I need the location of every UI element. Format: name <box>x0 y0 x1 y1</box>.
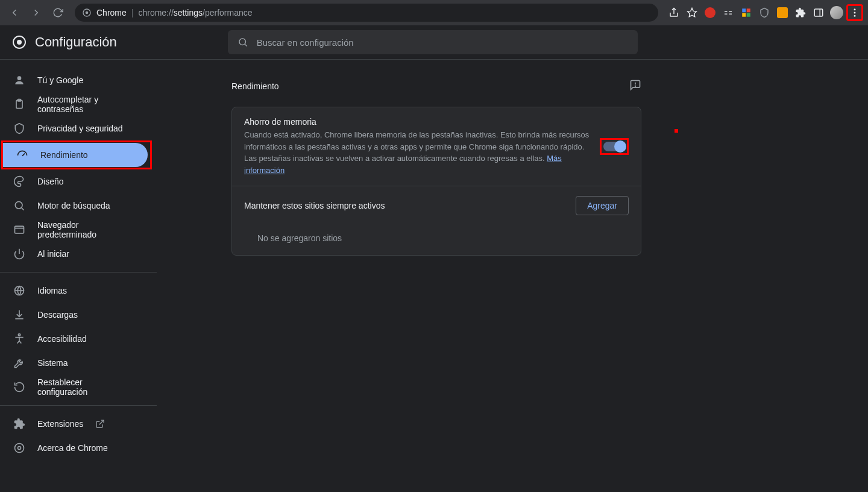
svg-point-14 <box>854 12 856 14</box>
svg-point-15 <box>854 15 856 17</box>
address-url: chrome://settings/performance <box>138 8 252 17</box>
svg-rect-9 <box>742 13 746 17</box>
annotation-dot <box>675 129 678 133</box>
sidebar-item-label: Accesibilidad <box>37 334 87 344</box>
sidebar-item-label: Sistema <box>37 358 68 368</box>
svg-point-32 <box>15 444 24 453</box>
extension-icon-2[interactable] <box>720 4 737 21</box>
settings-sidebar: Tú y Google Autocompletar y contraseñas … <box>0 60 157 492</box>
back-button[interactable] <box>5 3 24 22</box>
sidebar-item-appearance[interactable]: Diseño <box>0 169 146 194</box>
svg-point-20 <box>17 76 22 80</box>
highlight-toggle <box>600 138 629 155</box>
accessibility-icon <box>13 333 25 345</box>
sidebar-item-label: Diseño <box>37 177 64 186</box>
external-link-icon <box>95 419 105 429</box>
settings-main: Rendimiento Ahorro de memoria Cuando est… <box>157 60 868 492</box>
sidebar-item-you-and-google[interactable]: Tú y Google <box>0 68 146 92</box>
kebab-menu-button[interactable] <box>846 4 863 21</box>
address-bar[interactable]: Chrome | chrome://settings/performance <box>75 4 658 22</box>
memory-saver-desc: Cuando está activado, Chrome libera memo… <box>244 129 590 176</box>
share-icon[interactable] <box>665 4 682 21</box>
settings-search[interactable]: Buscar en configuración <box>228 30 638 54</box>
sidebar-item-reset[interactable]: Restablecer configuración <box>0 375 146 399</box>
extension-icon-1[interactable] <box>702 4 719 21</box>
wrench-icon <box>13 357 25 369</box>
sidebar-item-label: Extensiones <box>37 419 83 429</box>
memory-saver-title: Ahorro de memoria <box>244 117 590 127</box>
sidebar-item-on-startup[interactable]: Al iniciar <box>0 242 146 266</box>
palette-icon <box>13 175 25 188</box>
sidebar-item-privacy[interactable]: Privacidad y seguridad <box>0 116 146 140</box>
empty-sites-message: No se agregaron sitios <box>232 225 641 255</box>
restore-icon <box>13 381 25 393</box>
add-site-button[interactable]: Agregar <box>576 196 629 215</box>
sidebar-item-about-chrome[interactable]: Acerca de Chrome <box>0 436 146 460</box>
svg-point-13 <box>854 8 856 10</box>
forward-button[interactable] <box>27 3 46 22</box>
speed-icon <box>16 149 28 161</box>
sidebar-item-accessibility[interactable]: Accesibilidad <box>0 327 146 351</box>
window-icon <box>13 224 25 236</box>
highlight-performance: Rendimiento <box>1 140 152 169</box>
svg-rect-3 <box>725 11 728 12</box>
section-title: Rendimiento <box>231 81 279 91</box>
sidebar-item-label: Idiomas <box>37 286 67 295</box>
svg-point-1 <box>86 11 89 14</box>
sidebar-item-search-engine[interactable]: Motor de búsqueda <box>0 194 146 218</box>
reload-button[interactable] <box>48 3 68 22</box>
globe-icon <box>13 285 25 297</box>
svg-point-33 <box>18 447 21 450</box>
sidebar-item-label: Autocompletar y contraseñas <box>37 95 133 114</box>
sidebar-item-languages[interactable]: Idiomas <box>0 279 146 303</box>
sidebar-item-label: Privacidad y seguridad <box>37 124 123 133</box>
profile-avatar[interactable] <box>828 4 845 21</box>
sidebar-item-system[interactable]: Sistema <box>0 351 146 375</box>
sidebar-item-extensions[interactable]: Extensiones <box>0 412 146 436</box>
extension-icon-3[interactable] <box>738 4 755 21</box>
bookmark-star-icon[interactable] <box>684 4 700 21</box>
extensions-puzzle-icon[interactable] <box>792 4 809 21</box>
svg-point-18 <box>239 39 246 45</box>
performance-card: Ahorro de memoria Cuando está activado, … <box>231 107 641 256</box>
power-icon <box>13 248 25 260</box>
search-icon <box>13 200 25 212</box>
side-panel-icon[interactable] <box>810 4 827 21</box>
memory-saver-toggle[interactable] <box>603 142 625 151</box>
download-icon <box>13 309 25 321</box>
svg-rect-10 <box>747 13 750 17</box>
svg-rect-7 <box>742 8 746 12</box>
chrome-logo-icon <box>12 35 27 49</box>
page-title: Configuración <box>35 34 117 50</box>
extension-icon-5[interactable] <box>774 4 791 21</box>
svg-rect-6 <box>729 14 732 15</box>
always-active-row: Mantener estos sitios siempre activos Ag… <box>232 186 641 225</box>
sidebar-item-label: Tú y Google <box>37 75 83 85</box>
sidebar-item-autofill[interactable]: Autocompletar y contraseñas <box>0 92 146 116</box>
svg-line-24 <box>22 208 24 210</box>
chrome-icon <box>82 8 92 17</box>
sidebar-item-downloads[interactable]: Descargas <box>0 303 146 327</box>
sidebar-item-label: Al iniciar <box>37 249 69 259</box>
svg-point-30 <box>18 334 20 336</box>
shield-icon <box>13 122 25 134</box>
svg-point-17 <box>17 40 22 45</box>
settings-header: Configuración Buscar en configuración <box>0 25 868 59</box>
sidebar-item-default-browser[interactable]: Navegador predeterminado <box>0 218 146 242</box>
sidebar-item-performance[interactable]: Rendimiento <box>3 143 148 167</box>
extension-icon-4[interactable] <box>756 4 773 21</box>
svg-rect-4 <box>729 11 732 12</box>
toolbar-right-icons <box>665 4 863 21</box>
search-placeholder: Buscar en configuración <box>257 37 354 48</box>
feedback-icon[interactable] <box>629 79 641 93</box>
memory-saver-row: Ahorro de memoria Cuando está activado, … <box>232 107 641 186</box>
person-icon <box>13 74 25 86</box>
search-icon <box>237 37 248 48</box>
clipboard-icon <box>13 98 25 110</box>
svg-marker-2 <box>688 8 697 17</box>
svg-line-31 <box>99 420 104 424</box>
svg-rect-25 <box>15 226 24 233</box>
svg-point-35 <box>635 86 636 86</box>
browser-toolbar: Chrome | chrome://settings/performance <box>0 0 868 25</box>
sidebar-item-label: Motor de búsqueda <box>37 201 110 210</box>
